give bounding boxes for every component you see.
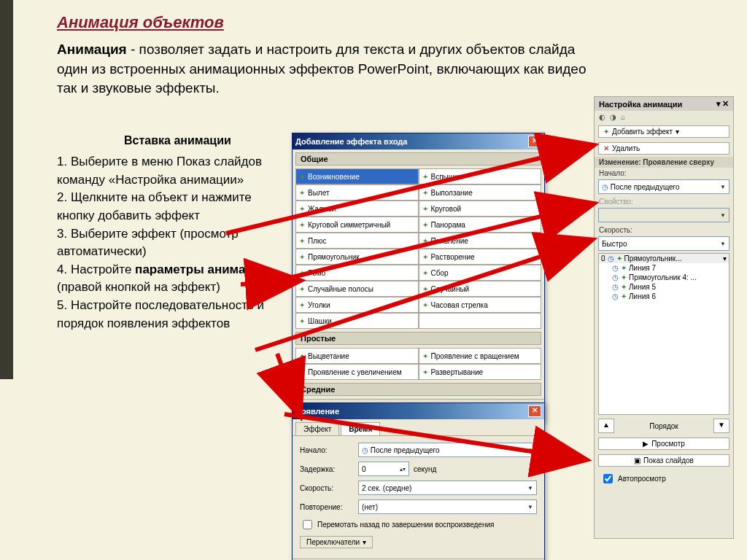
slideshow-button[interactable]: ▣ Показ слайдов xyxy=(598,454,729,467)
effect-item[interactable]: ✦Выцветание xyxy=(295,348,419,364)
effect-item[interactable]: ✦Часовая стрелка xyxy=(419,297,542,313)
effect-item[interactable]: ✦Развертывание xyxy=(419,364,542,380)
star-icon: ✦ xyxy=(299,237,305,245)
effect-item[interactable]: ✦Случайный xyxy=(419,281,542,297)
decorative-sidebar xyxy=(0,0,13,379)
repeat-dropdown[interactable]: (нет) ▼ xyxy=(358,499,537,514)
effect-item[interactable]: ✦Случайные полосы xyxy=(295,281,419,297)
star-icon: ✦ xyxy=(299,352,305,360)
pane-title: Настройка анимации ▾ ✕ xyxy=(595,97,733,111)
chevron-down-icon: ▼ xyxy=(527,485,533,491)
dialog-title: Добавление эффекта входа xyxy=(295,137,407,146)
effect-item[interactable]: ✦Панорама xyxy=(419,217,542,233)
tab-effect[interactable]: Эффект xyxy=(295,422,339,435)
effect-label: Растворение xyxy=(431,253,475,261)
list-item[interactable]: ◷✦Линия 5 xyxy=(599,282,729,292)
back-icon[interactable]: ◐ xyxy=(599,113,605,121)
step-4: 4. Настройте параметры анимации (правой … xyxy=(57,261,283,297)
intro-paragraph: Анимация - позволяет задать и настроить … xyxy=(57,40,589,98)
step-5: 5. Настройте последовательность и порядо… xyxy=(57,297,283,332)
effect-item[interactable]: ✦Круговой симметричный xyxy=(295,217,419,233)
rewind-checkbox[interactable]: Перемотать назад по завершении воспроизв… xyxy=(293,516,544,533)
effect-label: Ромб xyxy=(308,269,325,277)
close-icon[interactable]: ✕ xyxy=(528,405,541,417)
timing-tabs: Эффект Время xyxy=(293,419,544,436)
effect-item[interactable]: ✦Вспышка xyxy=(419,168,542,184)
pane-speed-dropdown[interactable]: Быстро ▼ xyxy=(598,236,729,251)
effect-item[interactable]: ✦Сбор xyxy=(419,265,542,281)
star-icon: ✦ xyxy=(422,237,428,245)
star-icon: ✦ xyxy=(422,352,428,360)
effect-label: Проявление с увеличением xyxy=(308,368,402,376)
intro-rest: - позволяет задать и настроить для текст… xyxy=(57,42,587,96)
effect-item[interactable]: ✦Проявление с увеличением xyxy=(295,364,419,380)
timing-title: Появление xyxy=(295,407,339,416)
move-down-button[interactable]: ▼ xyxy=(713,419,729,433)
remove-button[interactable]: ✕ Удалить xyxy=(598,142,729,155)
star-icon: ✦ xyxy=(299,368,305,376)
effect-label: Развертывание xyxy=(431,368,484,376)
forward-icon[interactable]: ◑ xyxy=(610,113,616,121)
play-button[interactable]: ▶ Просмотр xyxy=(598,438,729,450)
clock-icon: ◷ xyxy=(612,273,619,281)
timing-dialog: Появление ✕ Эффект Время Начало: ◷ После… xyxy=(292,402,545,560)
effect-item[interactable]: ✦Уголки xyxy=(295,297,419,313)
start-row: Начало: ◷ После предыдущего ▼ xyxy=(293,440,544,459)
effect-item[interactable]: ✦Прямоугольник xyxy=(295,249,419,265)
star-icon: ✦ xyxy=(299,301,305,309)
add-effect-button[interactable]: ✦ Добавить эффект ▾ xyxy=(598,125,729,138)
star-icon: ✦ xyxy=(299,189,305,197)
home-icon[interactable]: ⌂ xyxy=(621,113,625,121)
speed-dropdown[interactable]: 2 сек. (средне) ▼ xyxy=(358,481,537,495)
effect-item[interactable] xyxy=(419,313,542,329)
star-icon: ✦ xyxy=(621,273,627,281)
list-item[interactable]: ◷✦Прямоугольник 4: ... xyxy=(599,273,729,282)
effect-item[interactable]: ✦Выползание xyxy=(419,184,542,201)
chevron-down-icon[interactable]: ▾ xyxy=(716,99,721,109)
animation-list[interactable]: 0◷✦Прямоугольник...▾◷✦Линия 7◷✦Прямоугол… xyxy=(598,253,729,415)
effect-label: Вспышка xyxy=(431,173,462,181)
star-icon: ✦ xyxy=(603,128,609,136)
close-icon[interactable]: ✕ xyxy=(528,136,541,147)
list-item[interactable]: ◷✦Линия 6 xyxy=(599,292,729,301)
effect-label: Уголки xyxy=(308,301,330,309)
effect-label: Сбор xyxy=(431,269,449,277)
list-item[interactable]: ◷✦Линия 7 xyxy=(599,263,729,273)
start-dropdown[interactable]: ◷ После предыдущего ▼ xyxy=(358,443,537,457)
autopreview-input[interactable] xyxy=(603,474,613,483)
chevron-down-icon[interactable]: ▾ xyxy=(723,254,727,262)
effect-item[interactable]: ✦Вылет xyxy=(295,184,419,201)
effect-item[interactable]: ✦Плюс xyxy=(295,233,419,249)
delay-spinner[interactable]: 0 ▴▾ xyxy=(358,462,409,476)
star-icon: ✦ xyxy=(422,368,428,376)
rewind-checkbox-input[interactable] xyxy=(303,520,312,529)
screen-icon: ▣ xyxy=(634,456,640,464)
add-effect-dialog: Добавление эффекта входа ✕ Общие ✦Возник… xyxy=(292,133,545,423)
triggers-button[interactable]: Переключатели ▾ xyxy=(300,536,373,548)
effect-label: Выползание xyxy=(431,189,473,197)
order-label: Порядок xyxy=(649,422,678,430)
star-icon: ✦ xyxy=(299,221,305,229)
clock-icon: ◷ xyxy=(612,292,619,300)
autopreview-checkbox[interactable]: Автопросмотр xyxy=(595,469,733,489)
star-icon: ✦ xyxy=(621,292,627,300)
star-icon: ✦ xyxy=(422,285,428,293)
move-up-button[interactable]: ▲ xyxy=(598,419,614,433)
effects-grid-common: ✦Возникновение✦Вспышка✦Вылет✦Выползание✦… xyxy=(293,168,544,329)
chevron-down-icon: ▼ xyxy=(720,212,726,219)
close-icon[interactable]: ✕ xyxy=(722,99,729,109)
effect-item[interactable]: ✦Возникновение xyxy=(295,168,419,184)
speed-row: Скорость: 2 сек. (средне) ▼ xyxy=(293,478,544,497)
delay-row: Задержка: 0 ▴▾ секунд xyxy=(293,459,544,478)
tab-time[interactable]: Время xyxy=(341,422,380,435)
effect-item[interactable]: ✦Шашки xyxy=(295,313,419,329)
effect-item[interactable]: ✦Появление xyxy=(419,233,542,249)
effect-item[interactable]: ✦Ромб xyxy=(295,265,419,281)
effect-item[interactable]: ✦Растворение xyxy=(419,249,542,265)
chevron-down-icon: ▾ xyxy=(676,128,679,136)
pane-start-dropdown[interactable]: ◷ После предыдущего ▼ xyxy=(598,179,729,194)
pane-property-label: Свойство: xyxy=(595,196,733,207)
effect-item[interactable]: ✦Проявление с вращением xyxy=(419,348,542,364)
effect-item[interactable]: ✦Круговой xyxy=(419,201,542,217)
effect-item[interactable]: ✦Жалюзи xyxy=(295,201,419,217)
